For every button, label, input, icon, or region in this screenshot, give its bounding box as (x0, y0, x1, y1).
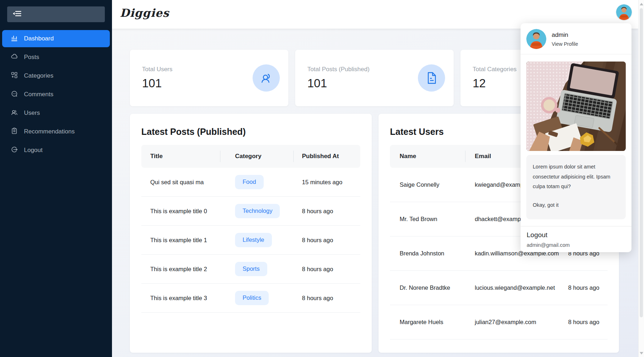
document-icon (418, 64, 445, 92)
sidebar-item-users[interactable]: Users (2, 104, 110, 122)
user-created-at: 8 hours ago (558, 305, 608, 339)
profile-popup: admin View Profile (521, 23, 631, 252)
sidebar-menu: Dashboard Posts Categories (0, 29, 112, 160)
panel-title: Latest Posts (Published) (141, 127, 360, 137)
scrollbar-thumb[interactable] (640, 8, 643, 317)
stat-value: 101 (307, 77, 370, 90)
sidebar-toggle-button[interactable] (7, 6, 105, 22)
sidebar-item-label: Comments (24, 91, 53, 98)
cloud-icon (11, 53, 18, 62)
user-created-at: 8 hours ago (558, 271, 608, 305)
column-header-title: Title (141, 145, 220, 168)
user-email: lucious.wiegand@example.net (465, 271, 558, 305)
stat-label: Total Posts (Published) (307, 66, 370, 73)
users-icon (253, 64, 280, 92)
users-icon (11, 109, 18, 118)
profile-popup-footer: Logout admin@gmail.com (521, 226, 631, 248)
user-name: Brenda Johnston (390, 236, 465, 271)
category-badge: Sports (235, 262, 267, 276)
scroll-up-arrow-icon[interactable] (640, 3, 643, 5)
table-row: This is example title 3 Politics 8 hours… (141, 284, 360, 313)
user-name: Margarete Huels (390, 305, 465, 339)
table-row: This is example title 1 Lifestyle 8 hour… (141, 226, 360, 255)
table-row: Dr. Norene Bradtke lucious.wiegand@examp… (390, 271, 608, 305)
table-row: This is example title 2 Sports 8 hours a… (141, 255, 360, 284)
table-header-row: Title Category Published At (141, 145, 360, 168)
category-badge: Technology (235, 204, 280, 218)
category-badge: Politics (235, 291, 269, 305)
latest-posts-panel: Latest Posts (Published) Title Category … (130, 114, 372, 353)
desk-laptop-photo (526, 62, 626, 151)
logout-icon (11, 146, 18, 155)
category-badge: Food (235, 175, 264, 189)
logout-button[interactable]: Logout (527, 231, 625, 239)
sidebar-item-label: Users (24, 109, 40, 117)
stat-label: Total Categories (473, 66, 517, 73)
post-published-at: 8 hours ago (293, 255, 360, 284)
sidebar-item-categories[interactable]: Categories (2, 67, 110, 84)
sidebar: Dashboard Posts Categories (0, 0, 112, 357)
avatar (526, 29, 546, 49)
message-line: culpa totam qui? (533, 182, 619, 192)
profile-username: admin (552, 31, 578, 39)
column-header-published-at: Published At (293, 145, 360, 168)
user-email: julian27@example.com (465, 305, 558, 339)
sidebar-item-logout[interactable]: Logout (2, 142, 110, 159)
message-line: Lorem ipsum dolor sit amet (533, 162, 619, 172)
post-title: This is example title 3 (141, 284, 220, 313)
stat-card-total-posts: Total Posts (Published) 101 (295, 50, 454, 106)
sidebar-item-recommendations[interactable]: Recommendations (2, 123, 110, 140)
table-row: Qui sed sit quasi ma Food 15 minutes ago (141, 168, 360, 197)
app-logo[interactable]: Diggies (120, 6, 169, 19)
post-published-at: 15 minutes ago (293, 168, 360, 197)
view-profile-link[interactable]: View Profile (552, 41, 578, 47)
sidebar-item-comments[interactable]: Comments (2, 86, 110, 103)
post-published-at: 8 hours ago (293, 197, 360, 226)
message-line: consectetur adipisicing elit. Ipsam (533, 172, 619, 182)
post-title: This is example title 0 (141, 197, 220, 226)
sidebar-item-dashboard[interactable]: Dashboard (2, 30, 110, 47)
profile-popup-message-box: Lorem ipsum dolor sit amet consectetur a… (526, 155, 626, 219)
column-header-name: Name (390, 145, 465, 168)
account-email: admin@gmail.com (527, 242, 625, 248)
stat-card-total-users: Total Users 101 (130, 50, 288, 106)
stat-value: 12 (473, 77, 517, 90)
sidebar-item-label: Recommendations (24, 128, 75, 135)
user-name: Mr. Ted Brown (390, 202, 465, 236)
sidebar-item-label: Categories (24, 72, 53, 79)
sidebar-item-label: Dashboard (24, 35, 54, 42)
profile-avatar-button[interactable] (616, 4, 632, 20)
latest-posts-table: Title Category Published At Qui sed sit … (141, 145, 360, 313)
user-name: Saige Connelly (390, 168, 465, 202)
stat-value: 101 (142, 77, 172, 90)
post-published-at: 8 hours ago (293, 284, 360, 313)
category-grid-icon (11, 72, 18, 80)
table-row: Margarete Huels julian27@example.com 8 h… (390, 305, 608, 339)
stat-label: Total Users (142, 66, 172, 73)
comment-bubble-icon (11, 90, 18, 99)
profile-popup-header: admin View Profile (521, 23, 631, 54)
dashboard-page: { "app": { "logo": "Diggies" }, "theme":… (0, 0, 644, 357)
post-title: Qui sed sit quasi ma (141, 168, 220, 197)
bar-chart-icon (11, 34, 18, 43)
clipboard-icon (11, 127, 18, 136)
menu-fold-icon (12, 9, 21, 20)
sidebar-item-posts[interactable]: Posts (2, 49, 110, 66)
sidebar-item-label: Logout (24, 147, 43, 154)
category-badge: Lifestyle (235, 233, 272, 247)
column-header-category: Category (220, 145, 293, 168)
user-name: Dr. Norene Bradtke (390, 271, 465, 305)
scrollbar[interactable] (638, 0, 644, 357)
okay-got-it-button[interactable]: Okay, got it (533, 200, 619, 210)
sidebar-item-label: Posts (24, 54, 39, 61)
table-row: This is example title 0 Technology 8 hou… (141, 197, 360, 226)
post-published-at: 8 hours ago (293, 226, 360, 255)
post-title: This is example title 1 (141, 226, 220, 255)
scroll-down-arrow-icon[interactable] (640, 352, 643, 354)
post-title: This is example title 2 (141, 255, 220, 284)
